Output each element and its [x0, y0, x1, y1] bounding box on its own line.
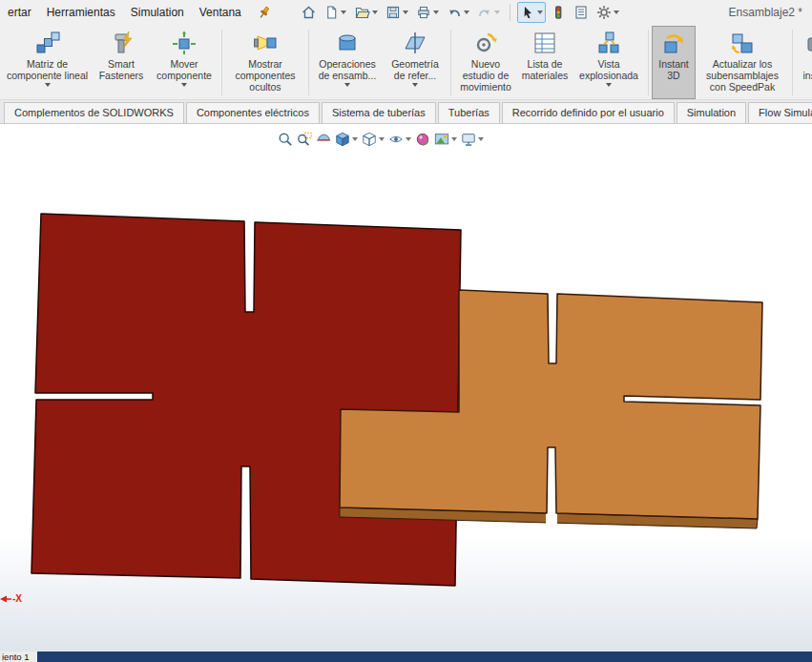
viewport-canvas[interactable] [0, 124, 812, 652]
exploded-view-icon [596, 30, 621, 56]
ribbon-button-label: Actualizar los subensamblajes con SpeedP… [706, 58, 779, 93]
chevron-down-icon[interactable] [614, 10, 619, 14]
ribbon-button-reference-geometry[interactable]: Geometría de refer... [383, 26, 448, 99]
ribbon-button-linear-component-pattern[interactable]: Matriz de componente lineal [2, 26, 93, 99]
ribbon-button-label: Mostrar componentes ocultos [235, 58, 295, 93]
open-document-icon[interactable] [351, 2, 381, 23]
ribbon-button-move-component[interactable]: Mover componente [150, 26, 219, 99]
ribbon-button-take-snapshot[interactable]: To insta... [796, 26, 812, 99]
view-settings-icon[interactable] [460, 131, 485, 148]
ribbon-button-label: Lista de materiales [522, 58, 568, 81]
ribbon-button-exploded-view[interactable]: Vista explosionada [573, 26, 645, 99]
coordinate-triad: -X [0, 593, 22, 604]
instant3d-icon [661, 30, 686, 56]
triad-x-axis-icon [0, 594, 11, 604]
linear-pattern-icon [35, 30, 60, 56]
chevron-down-icon[interactable] [406, 137, 411, 141]
ribbon-separator [648, 30, 649, 95]
new-motion-study-icon [473, 30, 498, 56]
tab-recorrido-definido[interactable]: Recorrido definido por el usuario [502, 102, 675, 123]
chevron-down-icon[interactable] [379, 137, 385, 141]
bill-of-materials-icon [532, 30, 557, 56]
chevron-down-icon[interactable] [341, 10, 346, 14]
hide-show-items-icon[interactable] [387, 131, 412, 148]
command-manager-tab-bar: Complementos de SOLIDWORKS Componentes e… [0, 100, 812, 124]
reference-geometry-icon [403, 30, 427, 56]
quick-access-toolbar [297, 2, 623, 23]
chevron-down-icon[interactable] [372, 10, 378, 14]
chevron-down-icon[interactable] [478, 137, 484, 141]
tab-componentes-electricos[interactable]: Componentes eléctricos [186, 102, 320, 123]
triad-x-label: -X [12, 593, 22, 604]
view-orientation-icon[interactable] [334, 131, 359, 148]
ribbon-button-label: Matriz de componente lineal [7, 58, 88, 81]
menu-item-ventana[interactable]: Ventana [192, 1, 249, 24]
ribbon-button-label: Nuevo estudio de movimiento [460, 58, 511, 93]
print-icon[interactable] [413, 2, 442, 23]
ribbon-button-new-motion-study[interactable]: Nuevo estudio de movimiento [454, 26, 517, 99]
take-snapshot-icon [805, 30, 812, 56]
chevron-down-icon[interactable] [606, 83, 612, 87]
select-cursor-icon[interactable] [517, 2, 546, 23]
show-hidden-components-icon [253, 30, 278, 56]
menu-item-simulation[interactable]: Simulation [123, 1, 192, 24]
zoom-to-fit-icon[interactable] [277, 131, 294, 148]
chevron-down-icon[interactable] [412, 83, 418, 87]
ribbon-button-bill-of-materials[interactable]: Lista de materiales [517, 26, 573, 99]
new-document-icon[interactable] [322, 2, 349, 23]
chevron-down-icon[interactable] [433, 10, 439, 14]
pushpin-icon[interactable] [257, 5, 272, 20]
apply-scene-icon[interactable] [433, 131, 458, 148]
assembly-features-icon [335, 30, 360, 56]
ribbon-button-instant3d[interactable]: Instant 3D [652, 26, 696, 99]
save-icon[interactable] [383, 2, 411, 23]
ribbon-button-label: Mover componente [156, 58, 212, 81]
red-board-part[interactable] [31, 214, 461, 586]
ribbon-separator [221, 30, 222, 95]
ribbon-separator [792, 30, 793, 95]
ribbon-button-show-hidden-components[interactable]: Mostrar componentes ocultos [225, 26, 305, 99]
chevron-down-icon[interactable] [352, 137, 358, 141]
chevron-down-icon[interactable] [494, 10, 500, 14]
chevron-down-icon[interactable] [464, 10, 469, 14]
chevron-down-icon[interactable] [403, 10, 408, 14]
move-component-icon [172, 30, 197, 56]
display-style-icon[interactable] [361, 131, 385, 148]
chevron-down-icon[interactable] [45, 83, 51, 87]
undo-icon[interactable] [444, 2, 472, 23]
chevron-down-icon[interactable] [181, 83, 187, 87]
ribbon-button-label: Smart Fasteners [99, 58, 144, 81]
redo-icon[interactable] [474, 2, 503, 23]
edit-appearance-icon[interactable] [414, 131, 431, 148]
ribbon-button-smart-fasteners[interactable]: Smart Fasteners [93, 26, 150, 99]
wood-board-slot-gap [546, 510, 557, 528]
ribbon-separator [450, 30, 451, 95]
menu-item-insertar[interactable]: ertar [0, 1, 39, 24]
ribbon-button-assembly-features[interactable]: Operaciones de ensamb... [312, 26, 383, 99]
tab-tuberias[interactable]: Tuberías [438, 102, 500, 123]
ribbon-button-label: To insta... [803, 58, 812, 81]
tab-simulation[interactable]: Simulation [677, 102, 746, 123]
ribbon-button-update-speedpak[interactable]: Actualizar los subensamblajes con SpeedP… [696, 26, 789, 99]
ribbon-button-label: Vista explosionada [579, 58, 638, 81]
chevron-down-icon[interactable] [451, 137, 457, 141]
heads-up-view-toolbar [277, 131, 485, 148]
graphics-viewport[interactable]: -X [0, 124, 812, 652]
chevron-down-icon[interactable] [537, 10, 543, 14]
tab-sistema-de-tuberias[interactable]: Sistema de tuberías [322, 102, 436, 123]
menu-item-herramientas[interactable]: Herramientas [39, 1, 123, 24]
menu-bar: ertar Herramientas Simulation Ventana [0, 0, 812, 24]
home-icon[interactable] [298, 2, 320, 23]
tab-complementos-solidworks[interactable]: Complementos de SOLIDWORKS [4, 102, 184, 123]
ribbon-separator [308, 30, 309, 95]
chevron-down-icon[interactable] [344, 83, 350, 87]
section-view-icon[interactable] [315, 131, 332, 148]
window-title: Ensamblaje2 * [729, 6, 802, 19]
tab-flow-simulation[interactable]: Flow Simula... [748, 102, 812, 123]
options-gear-icon[interactable] [593, 2, 622, 23]
motion-study-tab[interactable]: iento 1 [0, 652, 37, 662]
rebuild-traffic-light-icon[interactable] [548, 2, 569, 23]
file-properties-icon[interactable] [571, 2, 592, 23]
zoom-to-area-icon[interactable] [296, 131, 313, 148]
ribbon-button-label: Geometría de refer... [391, 58, 439, 81]
